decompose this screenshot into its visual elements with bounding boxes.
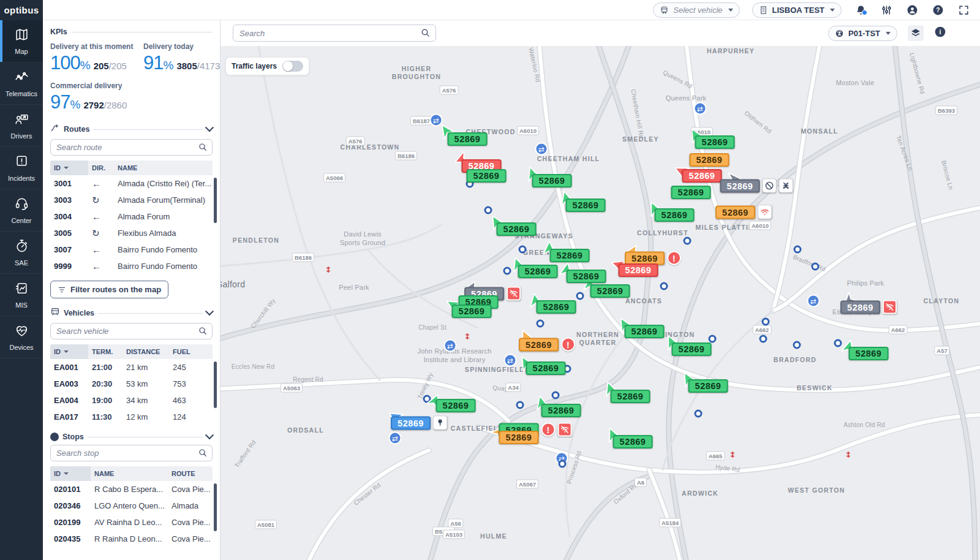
vehicle-marker[interactable]: 52869: [499, 431, 539, 444]
vehicle-marker[interactable]: 52869: [655, 208, 695, 222]
sidebar-item-telematics[interactable]: Telematics: [0, 62, 43, 105]
stop-row[interactable]: 020435R Rainha D Leon...Cova Pie...: [50, 531, 213, 547]
help-icon[interactable]: ?: [931, 3, 944, 17]
stop-marker[interactable]: [576, 292, 584, 300]
stop-marker[interactable]: [537, 320, 545, 328]
vehicle-marker[interactable]: 52869: [695, 135, 735, 149]
traffic-layers-toggle[interactable]: [282, 61, 303, 72]
column-header-distance[interactable]: DISTANCE: [123, 348, 169, 355]
stop-marker[interactable]: [760, 335, 767, 343]
layers-icon[interactable]: [908, 25, 924, 41]
sidebar-item-map[interactable]: Map: [0, 20, 43, 62]
vehicle-marker[interactable]: 52869: [613, 435, 653, 448]
column-header-route[interactable]: ROUTE: [168, 470, 213, 477]
stop-marker[interactable]: [695, 410, 703, 418]
route-row[interactable]: 3004←Almada Forum: [50, 208, 213, 225]
vehicle-marker[interactable]: 52869: [566, 199, 606, 212]
sidebar-item-mis[interactable]: MIS: [0, 274, 43, 316]
vehicle-marker[interactable]: 52869: [532, 174, 572, 187]
vehicle-marker[interactable]: 52869: [672, 342, 712, 356]
vehicle-marker[interactable]: 52869: [611, 390, 650, 403]
stop-marker[interactable]: [793, 341, 801, 349]
user-account-icon[interactable]: [905, 3, 919, 17]
vehicle-marker[interactable]: 52869: [391, 416, 447, 430]
stop-marker[interactable]: [516, 401, 524, 409]
column-header-term[interactable]: TERM.: [88, 348, 123, 355]
stop-marker[interactable]: [794, 246, 802, 254]
sidebar-item-devices[interactable]: Devices: [0, 316, 43, 358]
sidebar-item-incidents[interactable]: Incidents: [0, 147, 43, 189]
collapse-chevron-icon[interactable]: [205, 431, 214, 439]
info-icon[interactable]: i: [934, 26, 946, 40]
route-row[interactable]: 3007←Bairro Fundo Fomento: [50, 241, 213, 258]
routes-scrollbar[interactable]: [214, 178, 217, 223]
vehicle-marker[interactable]: 52869: [537, 300, 576, 314]
column-header-name[interactable]: NAME: [114, 164, 213, 172]
vehicles-scrollbar[interactable]: [214, 361, 217, 408]
vehicle-marker[interactable]: 52869: [526, 361, 566, 375]
sidebar-item-drivers[interactable]: Drivers: [0, 105, 43, 147]
stop-marker[interactable]: [709, 335, 717, 343]
vehicle-marker[interactable]: 52869: [849, 347, 889, 360]
stop-marker[interactable]: [559, 460, 567, 468]
vehicle-marker[interactable]: 52869: [452, 305, 492, 318]
vehicle-marker[interactable]: 52869: [567, 270, 606, 283]
vehicle-marker[interactable]: 52869: [720, 179, 793, 193]
collapse-chevron-icon[interactable]: [205, 123, 214, 132]
vehicle-marker[interactable]: 52869: [448, 132, 488, 146]
stop-marker[interactable]: [660, 282, 668, 290]
vehicle-row[interactable]: EA00419:0034 km463: [50, 392, 213, 409]
column-header-dir[interactable]: DIR.: [88, 164, 114, 172]
vehicle-row[interactable]: EA01711:3012 km124: [50, 409, 213, 425]
stop-marker[interactable]: [552, 392, 560, 399]
sidebar-item-sae[interactable]: SAE: [0, 232, 43, 274]
stop-marker[interactable]: [812, 263, 820, 271]
vehicle-marker[interactable]: 52869: [688, 379, 728, 393]
stop-marker[interactable]: [762, 318, 770, 326]
vehicle-marker[interactable]: 52869: [497, 222, 537, 236]
stop-row[interactable]: 020199AV Rainha D Leo...Cova Pie...: [50, 514, 213, 531]
column-header-name[interactable]: NAME: [91, 470, 168, 477]
stop-row[interactable]: 020101R Cabo B Espera...Cova Pie...: [50, 481, 213, 498]
map-canvas[interactable]: Traffic layers HARPURHEYHIGHER BROUGHTON…: [221, 46, 980, 560]
column-header-id[interactable]: ID: [50, 344, 88, 359]
stop-row[interactable]: 020346LGO Antero Quen...Almada: [50, 498, 213, 514]
vehicle-marker[interactable]: 52869: [467, 169, 507, 183]
vehicle-marker[interactable]: 52869: [625, 325, 665, 338]
collapse-chevron-icon[interactable]: [205, 307, 214, 316]
settings-sliders-icon[interactable]: [880, 3, 893, 17]
vehicle-marker[interactable]: 52869: [715, 205, 772, 219]
vehicle-marker[interactable]: 52869: [590, 284, 630, 298]
vehicle-marker[interactable]: 52869: [436, 399, 476, 412]
vehicle-marker[interactable]: 52869: [690, 153, 729, 167]
route-row[interactable]: 3003↻Almada Forum(Terminal): [50, 192, 213, 208]
route-search-input[interactable]: [50, 139, 213, 156]
vehicle-marker[interactable]: 52869: [671, 186, 711, 199]
sidebar-item-center[interactable]: Center: [0, 189, 43, 232]
vehicle-marker[interactable]: 52869: [541, 404, 581, 417]
route-row[interactable]: 9999←Bairro Fundo Fomento: [50, 258, 213, 274]
vehicle-marker[interactable]: 52869: [518, 265, 558, 278]
vehicle-row[interactable]: EA00121:0021 km245: [50, 359, 213, 376]
stop-search-input[interactable]: [50, 445, 213, 461]
vehicle-marker[interactable]: 52869: [682, 169, 722, 183]
agent-dropdown[interactable]: P01-TST: [828, 26, 897, 41]
vehicle-marker[interactable]: 52869: [619, 263, 658, 277]
route-row[interactable]: 3001←Almada (Cristto Rei) (Ter...: [50, 175, 213, 192]
map-search-input[interactable]: [233, 25, 436, 42]
stop-marker[interactable]: [519, 246, 527, 254]
filter-routes-button[interactable]: Filter routes on the map: [50, 281, 168, 298]
column-header-id[interactable]: ID: [50, 466, 91, 481]
vehicle-marker[interactable]: 52869!: [519, 338, 575, 352]
vehicle-marker[interactable]: 52869: [840, 300, 897, 314]
stop-marker[interactable]: [684, 237, 692, 245]
vehicle-marker[interactable]: 52869: [550, 249, 590, 262]
column-header-id[interactable]: ID: [50, 161, 88, 175]
vehicle-search-input[interactable]: [50, 323, 213, 339]
stop-marker[interactable]: [484, 206, 492, 214]
vehicle-row[interactable]: EA00320:3053 km753: [50, 376, 213, 392]
notifications-bell-icon[interactable]: [854, 3, 867, 17]
fullscreen-icon[interactable]: [957, 3, 970, 17]
column-header-fuel[interactable]: FUEL: [169, 348, 213, 355]
stops-scrollbar[interactable]: [214, 483, 217, 531]
